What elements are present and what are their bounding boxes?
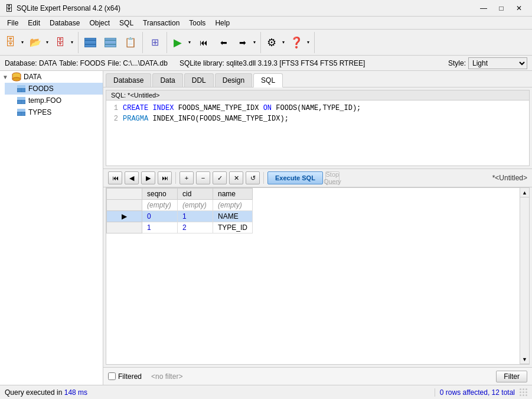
open-db-dropdown[interactable]: ▾ — [44, 32, 51, 53]
sidebar-item-foods[interactable]: ▶ FOODS — [5, 83, 103, 95]
table-info: Table: FOODS — [59, 59, 105, 67]
filtered-label: Filtered — [108, 372, 142, 381]
minimize-button[interactable]: — — [475, 2, 492, 14]
table-icon-types — [17, 108, 26, 117]
new-db-dropdown[interactable]: ▾ — [19, 32, 26, 53]
style-select[interactable]: Light Dark — [468, 57, 527, 69]
sqlite-info: SQLite library: sqlite3.dll 3.19.3 [FTS3… — [179, 59, 365, 67]
qt-prev-button[interactable]: ◀ — [125, 171, 139, 184]
query-toolbar: ⏮ ◀ ▶ ⏭ + − ✓ ✕ ↺ Execute SQL Stop Query… — [103, 168, 532, 187]
sidebar-item-types[interactable]: ▶ TYPES — [5, 106, 103, 118]
execute-sql-button[interactable]: Execute SQL — [267, 171, 323, 184]
statusbar: Query executed in 148 ms 0 rows affected… — [0, 385, 532, 399]
results-table-wrap[interactable]: seqno cid name (empty) (empty) (empty) — [106, 188, 520, 364]
tab-data[interactable]: Data — [152, 73, 182, 87]
execute-dropdown[interactable]: ▾ — [186, 32, 193, 53]
file-info: File: C:\...\DATA.db — [107, 59, 168, 67]
prev-button[interactable]: ⬅ — [214, 32, 233, 53]
prev-icon: ⬅ — [220, 38, 227, 47]
help-dropdown[interactable]: ▾ — [305, 32, 312, 53]
menu-object[interactable]: Object — [84, 18, 115, 28]
sql-code-2: PRAGMA INDEX_INFO(FOODS_NAME_TYPE_IDX); — [123, 113, 289, 124]
tab-database[interactable]: Database — [106, 73, 151, 87]
table-icon — [84, 38, 96, 47]
qt-confirm-button[interactable]: ✓ — [213, 171, 227, 184]
cell-cid-0: 1 — [178, 211, 213, 222]
menubar: File Edit Database Object SQL Transactio… — [0, 17, 532, 30]
table-button[interactable] — [81, 32, 100, 53]
first-button[interactable]: ⏮ — [194, 32, 213, 53]
filtered-checkbox[interactable] — [108, 372, 116, 380]
new-db-button[interactable]: 🗄 — [2, 32, 19, 53]
menu-file[interactable]: File — [2, 18, 23, 28]
svg-point-2 — [12, 77, 21, 81]
stop-query-button[interactable]: Stop Query — [325, 171, 340, 184]
empty-indicator — [107, 200, 142, 211]
status-right: 0 rows affected, 12 total — [440, 388, 515, 397]
table-row[interactable]: ▶ 0 1 NAME — [107, 211, 253, 222]
sidebar-item-tempfoo[interactable]: ▶ temp.FOO — [5, 95, 103, 106]
settings-dropdown[interactable]: ▾ — [280, 32, 287, 53]
settings-button[interactable]: ⚙ — [263, 32, 280, 53]
close-db-dropdown[interactable]: ▾ — [68, 32, 76, 53]
qt-first-button[interactable]: ⏮ — [108, 171, 122, 184]
filter-button[interactable]: Filter — [496, 371, 527, 382]
index-button[interactable]: 📋 — [121, 32, 140, 53]
play-icon: ▶ — [174, 36, 182, 49]
menu-transaction[interactable]: Transaction — [138, 18, 184, 28]
menu-sql[interactable]: SQL — [115, 18, 138, 28]
qt-refresh-button[interactable]: ↺ — [246, 171, 260, 184]
scroll-down-arrow[interactable]: ▼ — [520, 355, 529, 364]
sql-text-2: FOODS_NAME_TYPE_IDX — [178, 104, 263, 112]
row-indicator-header — [107, 189, 142, 200]
seqno-empty: (empty) — [142, 200, 178, 211]
cid-empty: (empty) — [178, 200, 213, 211]
resize-grip — [520, 388, 527, 396]
open-db-button[interactable]: 📂 — [27, 32, 44, 53]
next-button[interactable]: ➡ — [234, 32, 251, 53]
help-button[interactable]: ❓ — [288, 32, 305, 53]
sql-line-1: 1 CREATE INDEX FOODS_NAME_TYPE_IDX ON FO… — [109, 103, 527, 113]
filtered-text: Filtered — [118, 372, 142, 381]
maximize-button[interactable]: □ — [493, 2, 510, 14]
qt-sep-1 — [175, 172, 176, 184]
menu-edit[interactable]: Edit — [23, 18, 45, 28]
sql-editor[interactable]: 1 CREATE INDEX FOODS_NAME_TYPE_IDX ON FO… — [106, 100, 529, 166]
line-num-2: 2 — [109, 113, 118, 124]
execute-button[interactable]: ▶ — [169, 32, 186, 53]
next-split: ➡ ▾ — [234, 32, 258, 53]
sidebar-item-data-db[interactable]: ▼ DATA — [0, 71, 103, 83]
qt-remove-button[interactable]: − — [196, 171, 210, 184]
index-icon: 📋 — [124, 36, 137, 49]
results-empty-row: (empty) (empty) (empty) — [107, 200, 253, 211]
tab-sql[interactable]: SQL — [253, 73, 283, 87]
svg-rect-12 — [17, 97, 25, 100]
tab-bar: Database Data DDL Design SQL — [103, 71, 532, 87]
next-dropdown[interactable]: ▾ — [251, 32, 258, 53]
qt-last-button[interactable]: ⏭ — [158, 171, 172, 184]
menu-tools[interactable]: Tools — [184, 18, 210, 28]
table-icon-foods — [17, 84, 26, 93]
close-db-button[interactable]: 🗄 — [52, 32, 68, 53]
sidebar-tree: ▼ DATA ▶ — [0, 71, 103, 385]
sql-empty-space — [109, 124, 527, 160]
view-button[interactable] — [101, 32, 120, 53]
sql-editor-section: SQL: *<Untitled> 1 CREATE INDEX FOODS_NA… — [103, 87, 532, 187]
menu-help[interactable]: Help — [210, 18, 234, 28]
scroll-up-arrow[interactable]: ▲ — [520, 188, 529, 197]
scroll-thumb[interactable] — [520, 197, 529, 355]
qt-next-button[interactable]: ▶ — [141, 171, 155, 184]
col-cid: cid — [178, 189, 213, 200]
col-name: name — [213, 189, 253, 200]
menu-database[interactable]: Database — [45, 18, 84, 28]
close-button[interactable]: ✕ — [511, 2, 527, 14]
toolbar-settings-group: ⚙ ▾ ❓ ▾ — [263, 32, 315, 53]
table-row[interactable]: 1 2 TYPE_ID — [107, 222, 253, 233]
qt-cancel-button[interactable]: ✕ — [229, 171, 243, 184]
help-split: ❓ ▾ — [288, 32, 312, 53]
qt-add-button[interactable]: + — [179, 171, 194, 184]
tab-design[interactable]: Design — [215, 73, 252, 87]
nav-button[interactable]: ⊞ — [145, 32, 164, 53]
view-icon — [105, 38, 116, 47]
tab-ddl[interactable]: DDL — [184, 73, 214, 87]
